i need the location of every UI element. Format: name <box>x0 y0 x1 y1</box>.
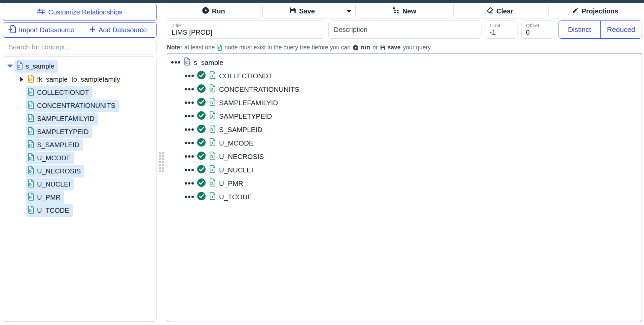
file-letter: D <box>210 168 213 172</box>
note-save-word: save <box>388 44 401 51</box>
more-options-icon[interactable] <box>185 101 194 104</box>
new-button[interactable]: New <box>358 4 451 18</box>
file-letter: D <box>29 117 32 121</box>
selected-check-icon[interactable] <box>197 125 206 135</box>
concept-field-row[interactable]: D U_NECROSIS <box>6 166 154 176</box>
concept-field-row[interactable]: D U_PMR <box>6 192 154 203</box>
selected-check-icon[interactable] <box>197 71 206 81</box>
concept-field-label: S_SAMPLEID <box>37 141 79 149</box>
file-letter: D <box>29 182 32 186</box>
selected-check-icon[interactable] <box>197 138 206 148</box>
concept-root-pill[interactable]: C s_sample <box>14 60 58 73</box>
customize-relationships-button[interactable]: Customize Relationships <box>3 4 157 21</box>
query-field-row[interactable]: D U_NUCLEI <box>171 164 638 175</box>
import-datasource-button[interactable]: Import Datasource <box>3 23 80 37</box>
reduced-button[interactable]: Reduced <box>600 21 642 38</box>
selected-check-icon[interactable] <box>197 98 206 108</box>
more-options-icon[interactable] <box>185 169 194 171</box>
concept-field-row[interactable]: D CONCENTRATIONUNITS <box>6 100 154 111</box>
selected-check-icon[interactable] <box>197 178 206 189</box>
import-file-icon <box>8 25 16 35</box>
customize-relationships-label: Customize Relationships <box>48 8 122 16</box>
more-options-icon[interactable] <box>185 75 194 77</box>
limit-field[interactable] <box>490 28 513 36</box>
file-letter: D <box>29 104 32 108</box>
query-field-row[interactable]: D S_SAMPLEID <box>171 124 638 135</box>
save-options-caret-button[interactable] <box>342 4 355 18</box>
more-options-icon[interactable] <box>185 142 194 144</box>
query-field-row[interactable]: D U_PMR <box>171 178 638 189</box>
more-options-icon[interactable] <box>185 155 194 158</box>
distinct-button[interactable]: Distinct <box>559 21 600 38</box>
query-field-row[interactable]: D SAMPLETYPEID <box>171 111 638 122</box>
concept-field-row[interactable]: D S_SAMPLEID <box>6 139 154 150</box>
caret-right-icon[interactable] <box>17 77 26 82</box>
selected-check-icon[interactable] <box>197 192 206 202</box>
concept-search-input[interactable] <box>3 40 157 54</box>
projections-button[interactable]: Projections <box>548 4 642 18</box>
file-letter: C <box>17 64 20 68</box>
splitter-drag-handle[interactable] <box>158 152 164 174</box>
concept-field-row[interactable]: D SAMPLEFAMILYID <box>6 113 154 124</box>
save-icon <box>290 7 296 15</box>
datasource-button-group: Import Datasource Add Datasource <box>3 22 157 38</box>
more-options-icon[interactable] <box>185 196 194 198</box>
query-note: Note: at least one D node must exist in … <box>167 44 642 51</box>
note-text-3: your query. <box>403 44 432 51</box>
save-button[interactable]: Save <box>263 4 342 18</box>
selected-check-icon[interactable] <box>197 165 206 175</box>
caret-down-icon[interactable] <box>6 65 14 68</box>
save-split-button: Save <box>262 4 356 18</box>
file-letter: D <box>210 74 213 78</box>
data-property-file-icon: D <box>217 44 222 51</box>
data-property-file-icon: D <box>28 127 34 137</box>
file-letter: D <box>218 47 220 50</box>
data-property-file-icon: D <box>209 71 216 81</box>
file-letter: D <box>29 208 32 212</box>
concept-field-row[interactable]: D U_TCODE <box>6 205 154 216</box>
add-datasource-button[interactable]: Add Datasource <box>80 23 157 37</box>
selected-check-icon[interactable] <box>197 152 206 162</box>
query-field-row[interactable]: D COLLECTIONDT <box>171 70 638 81</box>
concept-field-label: U_NUCLEI <box>37 180 70 188</box>
data-property-file-icon: D <box>209 178 216 188</box>
file-letter: D <box>210 114 213 118</box>
offset-field[interactable] <box>526 28 549 36</box>
more-options-icon[interactable] <box>185 88 194 90</box>
import-datasource-label: Import Datasource <box>19 26 74 34</box>
query-root-label: s_sample <box>194 58 223 67</box>
concept-field-row[interactable]: D U_NUCLEI <box>6 179 154 190</box>
concept-field-label: U_TCODE <box>37 207 69 214</box>
play-circle-icon <box>202 7 209 15</box>
relationship-label: fk_sample_to_samplefamily <box>37 76 120 83</box>
concept-field-row[interactable]: D SAMPLETYPEID <box>6 126 154 137</box>
more-options-icon[interactable] <box>185 115 194 117</box>
more-options-icon[interactable] <box>185 182 194 185</box>
query-root-row[interactable]: C s_sample <box>171 57 638 68</box>
concept-field-row[interactable]: D U_MCODE <box>6 153 154 163</box>
data-property-file-icon: D <box>209 165 216 175</box>
clear-button[interactable]: Clear <box>453 4 547 18</box>
note-text-2: node must exist in the query tree before… <box>224 44 351 51</box>
file-letter: D <box>29 143 32 147</box>
concept-tree-root-row[interactable]: C s_sample <box>6 61 154 72</box>
title-field[interactable] <box>172 28 320 36</box>
query-field-row[interactable]: D U_TCODE <box>171 191 638 202</box>
query-field-row[interactable]: D U_NECROSIS <box>171 151 638 162</box>
query-field-label: S_SAMPLEID <box>219 126 262 134</box>
run-button[interactable]: Run <box>167 4 260 18</box>
description-field[interactable] <box>329 21 481 38</box>
query-field-label: U_MCODE <box>219 139 254 147</box>
selected-check-icon[interactable] <box>197 111 206 121</box>
file-letter: D <box>29 130 32 134</box>
more-options-icon[interactable] <box>185 128 194 131</box>
selected-check-icon[interactable] <box>197 84 206 94</box>
query-field-row[interactable]: D U_MCODE <box>171 137 638 149</box>
relationship-row[interactable]: O fk_sample_to_samplefamily <box>6 74 154 85</box>
query-field-row[interactable]: D SAMPLEFAMILYID <box>171 97 638 108</box>
query-field-row[interactable]: D CONCENTRATIONUNITS <box>171 84 638 95</box>
concept-field-row[interactable]: D COLLECTIONDT <box>6 87 154 98</box>
limit-fieldbox: Limit <box>485 21 518 39</box>
data-property-file-icon: D <box>28 101 34 111</box>
more-options-icon[interactable] <box>171 61 180 64</box>
